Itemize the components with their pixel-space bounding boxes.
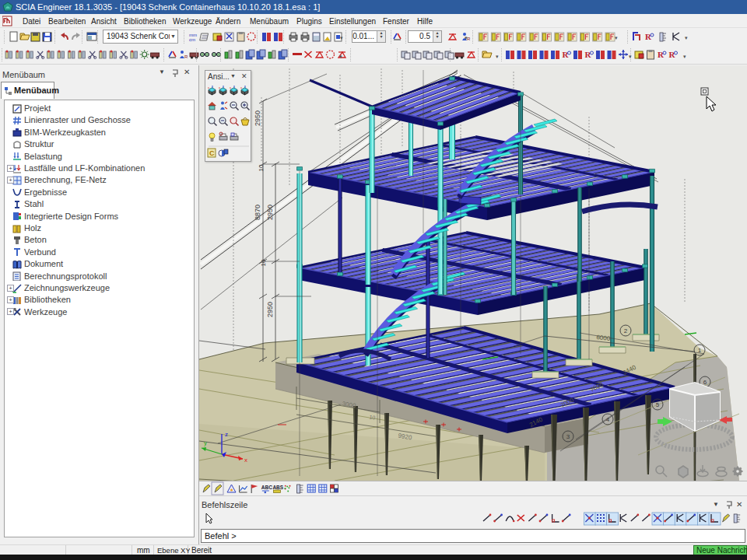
svg-text:6000: 6000 bbox=[596, 334, 611, 342]
svg-text:2950: 2950 bbox=[266, 302, 274, 317]
svg-text:ABS: ABS bbox=[272, 485, 283, 490]
svg-text:C: C bbox=[209, 149, 215, 157]
svg-text:1: 1 bbox=[698, 347, 702, 354]
svg-text:x: x bbox=[230, 86, 231, 89]
svg-text:8870: 8870 bbox=[254, 205, 261, 220]
svg-text:z: z bbox=[225, 431, 228, 438]
svg-text:x: x bbox=[219, 86, 220, 89]
svg-text:R: R bbox=[184, 54, 188, 59]
svg-text:x: x bbox=[244, 457, 247, 464]
svg-text:4: 4 bbox=[606, 416, 610, 423]
svg-text:x: x bbox=[208, 86, 209, 89]
svg-text:2950: 2950 bbox=[266, 205, 274, 220]
svg-text:cm: cm bbox=[189, 37, 195, 42]
svg-text:6: 6 bbox=[703, 379, 707, 386]
svg-text:3: 3 bbox=[566, 433, 570, 440]
svg-text:10: 10 bbox=[258, 164, 265, 171]
svg-text:ABC: ABC bbox=[261, 485, 272, 490]
svg-text:10: 10 bbox=[369, 414, 376, 420]
svg-text:2: 2 bbox=[624, 327, 628, 334]
svg-text:10: 10 bbox=[260, 259, 267, 266]
svg-text:x: x bbox=[240, 86, 242, 89]
svg-text:2950: 2950 bbox=[254, 110, 261, 126]
svg-text:y: y bbox=[204, 439, 207, 446]
svg-text:5: 5 bbox=[656, 401, 660, 408]
